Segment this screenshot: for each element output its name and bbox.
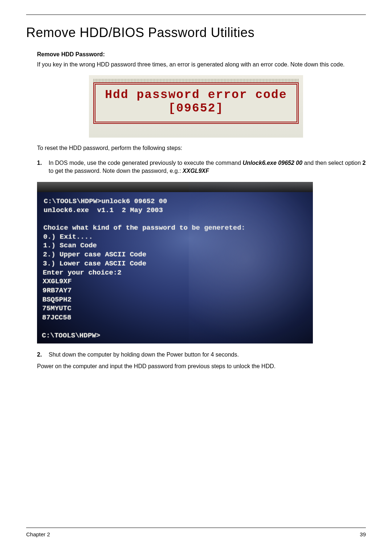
step-1-pwd: XXGL9XF — [183, 168, 209, 174]
footer-page-number: 39 — [360, 531, 366, 537]
step-1-opt: 2 — [363, 160, 366, 166]
dos-terminal-screenshot: C:\TOOLS\HDPW>unlock6 09652 00 unlock6.e… — [37, 182, 313, 343]
step-1-body: In DOS mode, use the code generated prev… — [49, 159, 366, 175]
step-1-mid2: to get the password. Note down the passw… — [49, 168, 183, 174]
top-rule — [26, 15, 366, 15]
step-1: 1. In DOS mode, use the code generated p… — [37, 159, 366, 175]
reset-intro: To reset the HDD password, perform the f… — [37, 144, 366, 152]
dos-text: C:\TOOLS\HDPW>unlock6 09652 00 unlock6.e… — [42, 197, 310, 340]
error-frame: Hdd password error code [09652] — [93, 82, 299, 124]
step-2-body: Shut down the computer by holding down t… — [49, 351, 366, 359]
step-2: 2. Shut down the computer by holding dow… — [37, 351, 366, 359]
bottom-rule — [26, 528, 366, 528]
dos-bezel-top — [37, 182, 313, 192]
error-code-screenshot: Hdd password error code [09652] — [89, 75, 303, 138]
step-1-pre: In DOS mode, use the code generated prev… — [49, 160, 243, 166]
error-line-1: Hdd password error code — [101, 88, 291, 102]
error-line-2: [09652] — [101, 102, 291, 115]
page-title: Remove HDD/BIOS Password Utilities — [26, 25, 366, 40]
decorative-stripes — [93, 79, 299, 82]
footer-chapter: Chapter 2 — [26, 531, 50, 537]
step-1-number: 1. — [37, 159, 49, 175]
step-1-cmd: Unlock6.exe 09652 00 — [243, 160, 303, 166]
step-2-number: 2. — [37, 351, 49, 359]
step-1-mid: and then select option — [302, 160, 362, 166]
outro-paragraph: Power on the computer and input the HDD … — [37, 362, 366, 370]
intro-paragraph: If you key in the wrong HDD password thr… — [37, 61, 366, 69]
section-heading: Remove HDD Password: — [37, 51, 366, 58]
